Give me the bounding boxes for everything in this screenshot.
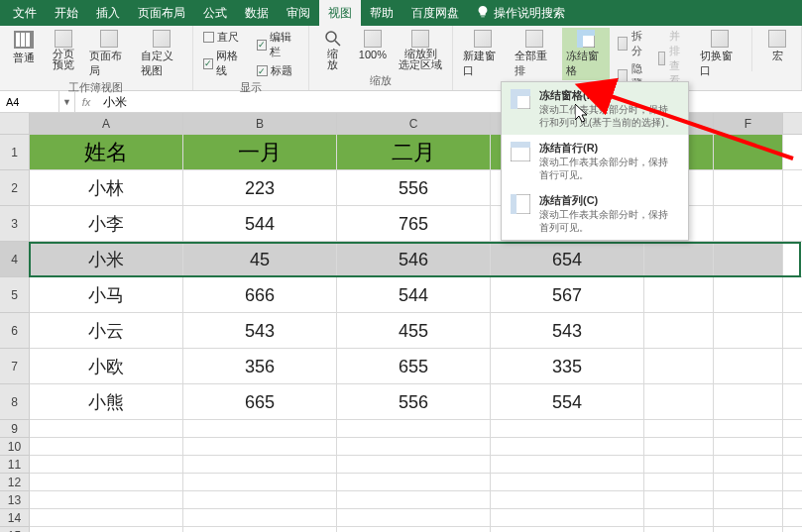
cell[interactable] — [183, 509, 337, 526]
cell[interactable]: 546 — [337, 242, 491, 276]
headings-checkbox[interactable]: ✓标题 — [257, 63, 298, 78]
cell[interactable] — [183, 474, 337, 490]
cell[interactable] — [491, 527, 644, 532]
cell[interactable]: 223 — [183, 170, 337, 205]
row-header-15[interactable]: 15 — [0, 527, 29, 532]
cell[interactable] — [491, 438, 644, 455]
custom-views-button[interactable]: 自定义视图 — [137, 28, 186, 80]
row-header-9[interactable]: 9 — [0, 420, 29, 438]
zoom-100-button[interactable]: 100% — [355, 28, 391, 72]
cell[interactable] — [714, 384, 783, 419]
row-header-13[interactable]: 13 — [0, 491, 29, 509]
page-layout-button[interactable]: 页面布局 — [85, 28, 133, 80]
col-header-f[interactable]: F — [714, 113, 783, 134]
formula-bar-checkbox[interactable]: ✓编辑栏 — [257, 30, 298, 59]
arrange-all-button[interactable]: 全部重排 — [511, 28, 558, 80]
cell[interactable] — [714, 438, 783, 455]
cell[interactable] — [644, 384, 714, 419]
cell[interactable] — [30, 420, 183, 437]
name-box-dropdown[interactable]: ▼ — [59, 91, 75, 112]
row-header-3[interactable]: 3 — [0, 206, 29, 242]
cell[interactable] — [30, 438, 183, 455]
cell[interactable] — [714, 420, 783, 437]
cell[interactable] — [491, 420, 644, 437]
cell[interactable] — [714, 242, 783, 276]
gridlines-checkbox[interactable]: ✓网格线 — [203, 49, 245, 78]
split-button[interactable]: 拆分 — [614, 28, 650, 59]
cell[interactable] — [491, 491, 644, 508]
zoom-selection-button[interactable]: 缩放到 选定区域 — [395, 28, 446, 72]
fx-button[interactable]: fx — [75, 91, 97, 112]
cell[interactable] — [183, 491, 337, 508]
cell[interactable] — [714, 313, 783, 348]
menu-home[interactable]: 开始 — [46, 0, 87, 26]
cell[interactable] — [30, 456, 183, 473]
cell[interactable] — [30, 527, 183, 532]
cell[interactable] — [714, 509, 783, 526]
cell[interactable] — [714, 135, 783, 169]
cell[interactable] — [337, 456, 491, 473]
cell[interactable]: 666 — [183, 277, 337, 312]
col-header-c[interactable]: C — [337, 113, 491, 134]
cell[interactable] — [714, 349, 783, 383]
cell[interactable] — [714, 170, 783, 205]
cell[interactable]: 356 — [183, 349, 337, 383]
tell-me-search[interactable]: 操作说明搜索 — [468, 5, 573, 22]
cell[interactable]: 45 — [183, 242, 337, 276]
cell[interactable] — [644, 277, 714, 312]
cell[interactable] — [183, 527, 337, 532]
normal-view-button[interactable]: 普通 — [6, 28, 42, 80]
name-box[interactable]: A4 — [0, 91, 59, 112]
cell[interactable]: 543 — [183, 313, 337, 348]
cell[interactable]: 544 — [337, 277, 491, 312]
cell[interactable] — [714, 491, 783, 508]
freeze-top-row-option[interactable]: 冻结首行(R) 滚动工作表其余部分时，保持 首行可见。 — [502, 135, 688, 187]
macros-button[interactable]: 宏 — [759, 28, 795, 65]
cell[interactable]: 655 — [337, 349, 491, 383]
cell[interactable] — [644, 438, 714, 455]
row-header-10[interactable]: 10 — [0, 438, 29, 456]
cell[interactable] — [183, 456, 337, 473]
row-header-5[interactable]: 5 — [0, 277, 29, 313]
cell[interactable] — [644, 474, 714, 490]
cell[interactable]: 小李 — [30, 206, 183, 241]
cell[interactable] — [183, 420, 337, 437]
cell[interactable]: 小林 — [30, 170, 183, 205]
menu-baidu[interactable]: 百度网盘 — [402, 0, 468, 26]
col-header-b[interactable]: B — [183, 113, 337, 134]
row-header-6[interactable]: 6 — [0, 313, 29, 349]
cell[interactable] — [644, 509, 714, 526]
cell[interactable] — [183, 438, 337, 455]
select-all-corner[interactable] — [0, 113, 29, 135]
cell[interactable] — [714, 206, 783, 241]
cell[interactable] — [714, 456, 783, 473]
zoom-button[interactable]: 缩 放 — [315, 28, 351, 72]
row-header-8[interactable]: 8 — [0, 384, 29, 420]
cell[interactable]: 二月 — [337, 135, 491, 169]
cell[interactable] — [714, 474, 783, 490]
cell[interactable] — [491, 456, 644, 473]
row-header-11[interactable]: 11 — [0, 456, 29, 474]
new-window-button[interactable]: 新建窗口 — [459, 28, 507, 80]
row-header-2[interactable]: 2 — [0, 170, 29, 206]
cell[interactable] — [644, 349, 714, 383]
cell[interactable]: 665 — [183, 384, 337, 419]
formula-input[interactable]: 小米 — [97, 91, 802, 112]
cell[interactable]: 567 — [491, 277, 644, 312]
cell[interactable]: 556 — [337, 384, 491, 419]
cell[interactable]: 765 — [337, 206, 491, 241]
cell[interactable] — [644, 313, 714, 348]
col-header-a[interactable]: A — [30, 113, 183, 134]
pagebreak-preview-button[interactable]: 分页 预览 — [46, 28, 81, 80]
row-header-1[interactable]: 1 — [0, 135, 29, 170]
row-header-12[interactable]: 12 — [0, 474, 29, 491]
cell[interactable] — [644, 527, 714, 532]
row-header-7[interactable]: 7 — [0, 349, 29, 384]
cell[interactable]: 姓名 — [30, 135, 183, 169]
ruler-checkbox[interactable]: 直尺 — [203, 30, 245, 45]
cell[interactable] — [714, 277, 783, 312]
cell[interactable] — [337, 474, 491, 490]
cell[interactable]: 小云 — [30, 313, 183, 348]
cell[interactable]: 小熊 — [30, 384, 183, 419]
cell[interactable] — [644, 491, 714, 508]
